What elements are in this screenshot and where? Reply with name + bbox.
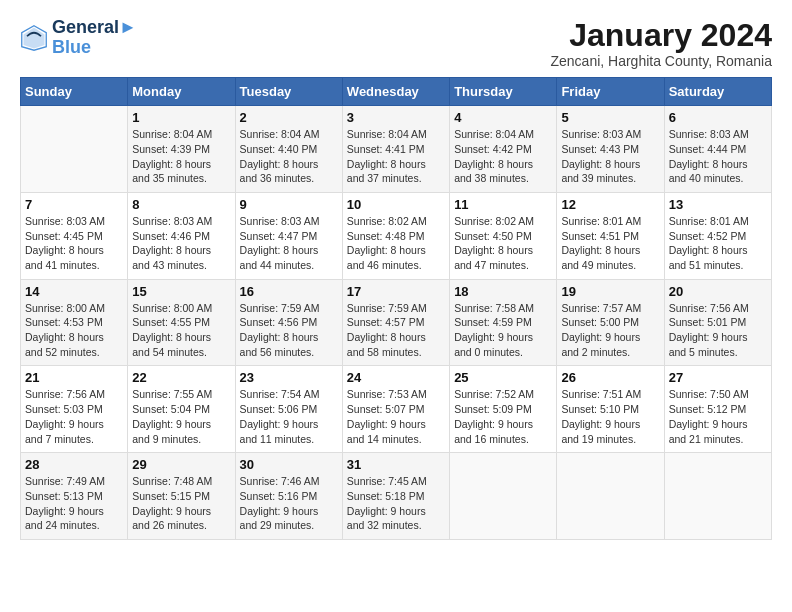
day-info: Sunrise: 8:03 AMSunset: 4:47 PMDaylight:… [240,214,338,273]
day-info: Sunrise: 7:53 AMSunset: 5:07 PMDaylight:… [347,387,445,446]
calendar-cell: 29Sunrise: 7:48 AMSunset: 5:15 PMDayligh… [128,453,235,540]
day-info: Sunrise: 7:55 AMSunset: 5:04 PMDaylight:… [132,387,230,446]
calendar-cell: 30Sunrise: 7:46 AMSunset: 5:16 PMDayligh… [235,453,342,540]
sunrise-text: Sunrise: 7:50 AM [669,388,749,400]
calendar-cell: 4Sunrise: 8:04 AMSunset: 4:42 PMDaylight… [450,106,557,193]
day-info: Sunrise: 7:51 AMSunset: 5:10 PMDaylight:… [561,387,659,446]
daylight-text-line2: and 40 minutes. [669,172,744,184]
daylight-text-line1: Daylight: 9 hours [347,505,426,517]
day-number: 23 [240,370,338,385]
calendar-cell: 18Sunrise: 7:58 AMSunset: 4:59 PMDayligh… [450,279,557,366]
sunrise-text: Sunrise: 7:45 AM [347,475,427,487]
daylight-text-line2: and 32 minutes. [347,519,422,531]
day-number: 25 [454,370,552,385]
daylight-text-line2: and 9 minutes. [132,433,201,445]
daylight-text-line2: and 21 minutes. [669,433,744,445]
sunrise-text: Sunrise: 8:00 AM [132,302,212,314]
sunrise-text: Sunrise: 7:48 AM [132,475,212,487]
day-number: 3 [347,110,445,125]
sunset-text: Sunset: 4:57 PM [347,316,425,328]
calendar-cell: 2Sunrise: 8:04 AMSunset: 4:40 PMDaylight… [235,106,342,193]
calendar-cell: 11Sunrise: 8:02 AMSunset: 4:50 PMDayligh… [450,192,557,279]
weekday-tuesday: Tuesday [235,78,342,106]
day-info: Sunrise: 7:56 AMSunset: 5:01 PMDaylight:… [669,301,767,360]
daylight-text-line1: Daylight: 9 hours [25,505,104,517]
daylight-text-line2: and 47 minutes. [454,259,529,271]
sunrise-text: Sunrise: 7:53 AM [347,388,427,400]
week-row-4: 21Sunrise: 7:56 AMSunset: 5:03 PMDayligh… [21,366,772,453]
daylight-text-line2: and 5 minutes. [669,346,738,358]
sunrise-text: Sunrise: 8:03 AM [561,128,641,140]
sunrise-text: Sunrise: 8:01 AM [669,215,749,227]
daylight-text-line1: Daylight: 9 hours [347,418,426,430]
day-info: Sunrise: 7:46 AMSunset: 5:16 PMDaylight:… [240,474,338,533]
daylight-text-line2: and 46 minutes. [347,259,422,271]
sunset-text: Sunset: 5:04 PM [132,403,210,415]
calendar-table: SundayMondayTuesdayWednesdayThursdayFrid… [20,77,772,540]
day-number: 24 [347,370,445,385]
day-info: Sunrise: 8:03 AMSunset: 4:44 PMDaylight:… [669,127,767,186]
day-info: Sunrise: 7:49 AMSunset: 5:13 PMDaylight:… [25,474,123,533]
daylight-text-line2: and 7 minutes. [25,433,94,445]
day-number: 12 [561,197,659,212]
weekday-thursday: Thursday [450,78,557,106]
daylight-text-line1: Daylight: 8 hours [132,244,211,256]
day-number: 31 [347,457,445,472]
sunrise-text: Sunrise: 8:04 AM [454,128,534,140]
sunrise-text: Sunrise: 7:54 AM [240,388,320,400]
sunset-text: Sunset: 4:59 PM [454,316,532,328]
daylight-text-line2: and 37 minutes. [347,172,422,184]
sunset-text: Sunset: 4:53 PM [25,316,103,328]
sunset-text: Sunset: 5:00 PM [561,316,639,328]
title-block: January 2024 Zencani, Harghita County, R… [550,18,772,69]
daylight-text-line2: and 51 minutes. [669,259,744,271]
sunrise-text: Sunrise: 8:03 AM [669,128,749,140]
sunrise-text: Sunrise: 8:03 AM [240,215,320,227]
sunset-text: Sunset: 4:45 PM [25,230,103,242]
daylight-text-line1: Daylight: 9 hours [132,418,211,430]
sunrise-text: Sunrise: 7:56 AM [25,388,105,400]
day-number: 17 [347,284,445,299]
week-row-3: 14Sunrise: 8:00 AMSunset: 4:53 PMDayligh… [21,279,772,366]
daylight-text-line1: Daylight: 8 hours [347,244,426,256]
day-info: Sunrise: 8:04 AMSunset: 4:41 PMDaylight:… [347,127,445,186]
daylight-text-line2: and 36 minutes. [240,172,315,184]
day-number: 16 [240,284,338,299]
calendar-cell: 5Sunrise: 8:03 AMSunset: 4:43 PMDaylight… [557,106,664,193]
day-info: Sunrise: 8:01 AMSunset: 4:51 PMDaylight:… [561,214,659,273]
sunset-text: Sunset: 5:16 PM [240,490,318,502]
logo: General► Blue [20,18,137,58]
calendar-cell [450,453,557,540]
calendar-cell: 7Sunrise: 8:03 AMSunset: 4:45 PMDaylight… [21,192,128,279]
day-info: Sunrise: 7:59 AMSunset: 4:56 PMDaylight:… [240,301,338,360]
daylight-text-line1: Daylight: 8 hours [454,244,533,256]
sunset-text: Sunset: 4:52 PM [669,230,747,242]
calendar-cell: 19Sunrise: 7:57 AMSunset: 5:00 PMDayligh… [557,279,664,366]
sunset-text: Sunset: 5:18 PM [347,490,425,502]
calendar-cell: 21Sunrise: 7:56 AMSunset: 5:03 PMDayligh… [21,366,128,453]
day-info: Sunrise: 8:02 AMSunset: 4:50 PMDaylight:… [454,214,552,273]
daylight-text-line1: Daylight: 8 hours [561,158,640,170]
sunset-text: Sunset: 5:07 PM [347,403,425,415]
sunrise-text: Sunrise: 7:46 AM [240,475,320,487]
calendar-cell: 28Sunrise: 7:49 AMSunset: 5:13 PMDayligh… [21,453,128,540]
day-info: Sunrise: 7:50 AMSunset: 5:12 PMDaylight:… [669,387,767,446]
day-number: 4 [454,110,552,125]
daylight-text-line1: Daylight: 9 hours [561,331,640,343]
daylight-text-line1: Daylight: 8 hours [240,244,319,256]
sunset-text: Sunset: 5:06 PM [240,403,318,415]
sunset-text: Sunset: 4:51 PM [561,230,639,242]
daylight-text-line1: Daylight: 9 hours [132,505,211,517]
logo-text: General► Blue [52,18,137,58]
day-number: 7 [25,197,123,212]
daylight-text-line2: and 56 minutes. [240,346,315,358]
daylight-text-line2: and 58 minutes. [347,346,422,358]
sunrise-text: Sunrise: 7:55 AM [132,388,212,400]
sunset-text: Sunset: 4:47 PM [240,230,318,242]
day-info: Sunrise: 8:03 AMSunset: 4:45 PMDaylight:… [25,214,123,273]
day-number: 8 [132,197,230,212]
calendar-cell: 25Sunrise: 7:52 AMSunset: 5:09 PMDayligh… [450,366,557,453]
day-info: Sunrise: 7:52 AMSunset: 5:09 PMDaylight:… [454,387,552,446]
daylight-text-line2: and 54 minutes. [132,346,207,358]
daylight-text-line2: and 43 minutes. [132,259,207,271]
